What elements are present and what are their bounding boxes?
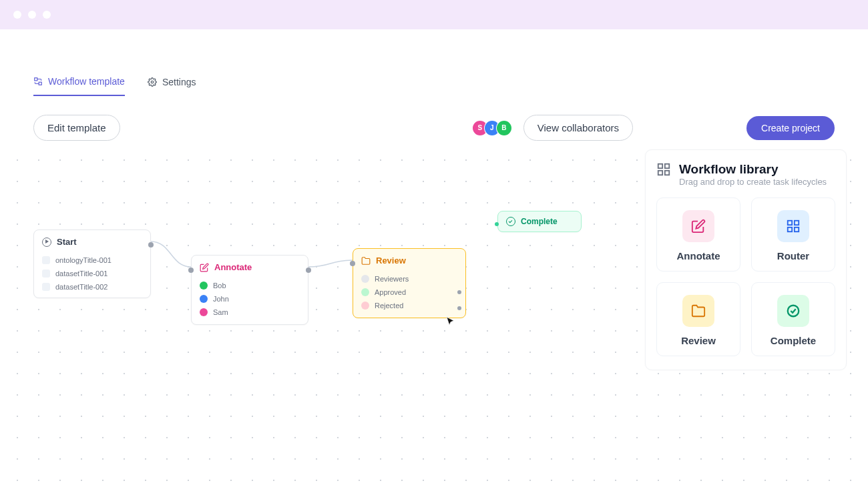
node-header: Annotate — [192, 256, 308, 279]
svg-rect-4 — [665, 164, 669, 168]
avatar[interactable]: B — [497, 121, 511, 135]
svg-rect-7 — [788, 221, 792, 225]
row-label: Approved — [375, 288, 406, 296]
status-dot — [361, 302, 369, 310]
node-annotate[interactable]: Annotate Bob John Sam — [191, 255, 308, 325]
row-label: Bob — [213, 282, 226, 290]
dataset-icon — [42, 283, 50, 291]
check-circle-icon — [506, 217, 515, 226]
node-title: Annotate — [214, 262, 252, 272]
row-label: John — [213, 295, 229, 303]
panel-header: Workflow library Drag and drop to create… — [656, 162, 835, 187]
port-in[interactable] — [188, 268, 194, 273]
workflow-icon — [33, 77, 43, 86]
node-title: Complete — [521, 217, 558, 226]
node-row: Sam — [192, 306, 308, 324]
ontology-icon — [42, 256, 50, 264]
node-title: Review — [376, 256, 406, 266]
library-icon — [656, 162, 671, 177]
tab-label: Workflow template — [48, 76, 125, 87]
router-icon — [777, 210, 809, 242]
user-dot — [200, 295, 208, 303]
node-row: Reviewers — [353, 272, 465, 286]
node-row: John — [192, 292, 308, 306]
node-header: Complete — [498, 211, 581, 231]
node-row: datasetTitle-002 — [34, 280, 150, 298]
port-in[interactable] — [350, 261, 355, 266]
port-out[interactable] — [457, 290, 461, 294]
card-label: Review — [681, 335, 716, 346]
port-out[interactable] — [148, 242, 154, 248]
row-label: ontologyTitle-001 — [55, 256, 112, 264]
dataset-icon — [42, 270, 50, 278]
node-row: Approved — [353, 286, 465, 299]
user-dot — [200, 282, 208, 290]
complete-icon — [777, 295, 809, 327]
row-label: datasetTitle-001 — [55, 270, 107, 278]
traffic-light-minimize[interactable] — [28, 11, 36, 19]
row-label: Sam — [213, 308, 228, 316]
row-label: Rejected — [375, 302, 403, 310]
svg-rect-10 — [795, 227, 799, 231]
svg-rect-8 — [795, 221, 799, 225]
node-row: Bob — [192, 279, 308, 292]
collaborator-avatars: S J B — [475, 121, 511, 135]
svg-rect-1 — [39, 82, 41, 85]
traffic-light-zoom[interactable] — [43, 11, 51, 19]
node-row: ontologyTitle-001 — [34, 254, 150, 267]
annotate-icon — [682, 210, 714, 242]
page: Workflow template Settings Edit template… — [0, 29, 868, 487]
status-dot — [361, 275, 369, 283]
node-start[interactable]: Start ontologyTitle-001 datasetTitle-001… — [33, 229, 151, 298]
tab-settings[interactable]: Settings — [148, 77, 196, 95]
view-collaborators-button[interactable]: View collaborators — [523, 115, 633, 141]
library-card-review[interactable]: Review — [656, 282, 740, 356]
card-label: Router — [777, 250, 809, 262]
card-label: Annotate — [677, 250, 720, 262]
library-cards: Annotate Router Review Complete — [656, 197, 835, 356]
svg-rect-9 — [788, 227, 792, 231]
edit-template-button[interactable]: Edit template — [33, 115, 120, 141]
svg-rect-0 — [35, 78, 37, 81]
toolbar: Edit template S J B View collaborators C… — [33, 115, 835, 141]
panel-title: Workflow library — [679, 162, 827, 177]
workflow-library-panel: Workflow library Drag and drop to create… — [645, 149, 847, 370]
nav-tabs: Workflow template Settings — [33, 76, 196, 96]
node-row: Rejected — [353, 299, 465, 318]
connectors — [0, 143, 641, 487]
panel-subtitle: Drag and drop to create task lifecycles — [679, 177, 827, 187]
create-project-button[interactable]: Create project — [746, 116, 835, 140]
row-label: Reviewers — [375, 275, 409, 283]
port-in[interactable] — [495, 222, 499, 226]
node-title: Start — [57, 237, 77, 247]
svg-rect-6 — [665, 171, 669, 175]
window-titlebar — [0, 0, 868, 29]
node-complete[interactable]: Complete — [497, 211, 582, 232]
annotate-icon — [200, 263, 209, 272]
node-row: datasetTitle-001 — [34, 267, 150, 280]
tab-workflow-template[interactable]: Workflow template — [33, 76, 125, 96]
node-header: Start — [34, 230, 150, 254]
node-header: Review — [353, 249, 465, 272]
svg-point-2 — [151, 81, 154, 83]
mouse-cursor — [445, 316, 456, 330]
node-review[interactable]: Review Reviewers Approved Rejected — [353, 248, 466, 318]
port-out[interactable] — [306, 268, 311, 273]
svg-rect-5 — [658, 171, 662, 175]
user-dot — [200, 308, 208, 316]
gear-icon — [148, 77, 157, 87]
traffic-light-close[interactable] — [13, 11, 21, 19]
review-icon — [682, 295, 714, 327]
port-out[interactable] — [457, 306, 461, 310]
library-card-annotate[interactable]: Annotate — [656, 197, 740, 272]
library-card-complete[interactable]: Complete — [751, 282, 835, 356]
svg-rect-3 — [658, 164, 662, 168]
tab-label: Settings — [162, 77, 196, 87]
row-label: datasetTitle-002 — [55, 283, 107, 291]
library-card-router[interactable]: Router — [751, 197, 835, 272]
card-label: Complete — [771, 335, 816, 346]
status-dot — [361, 288, 369, 296]
review-icon — [361, 256, 371, 266]
play-icon — [42, 237, 51, 247]
